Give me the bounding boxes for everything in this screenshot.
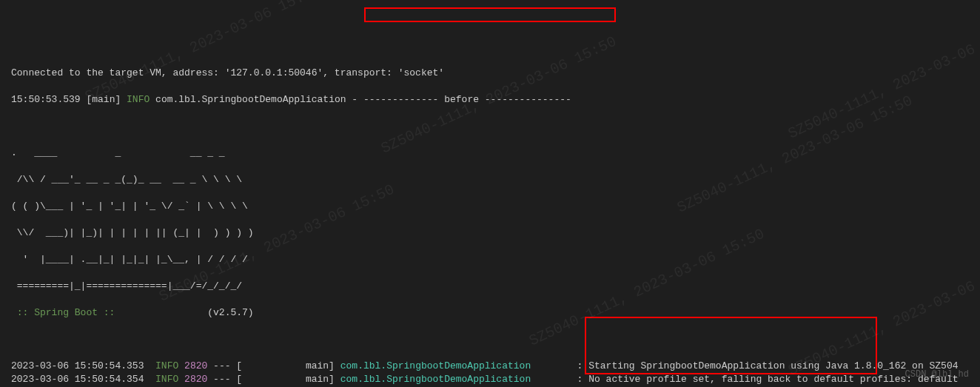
log-pid: 2820	[184, 360, 207, 371]
blank-line	[11, 333, 969, 346]
log-level: INFO	[155, 360, 178, 371]
log-level: INFO	[155, 374, 178, 385]
ascii-art-line: . ____ _ __ _ _	[11, 147, 969, 160]
log-message: Starting SpringbootDemoApplication using…	[588, 360, 958, 371]
spring-boot-line: :: Spring Boot :: (v2.5.7)	[11, 306, 969, 320]
log-row: 2023-03-06 15:50:54.353 INFO 2820 --- [ …	[11, 360, 969, 373]
blank-line	[11, 120, 969, 133]
ascii-art-line: =========|_|==============|___/=/_/_/_/	[11, 280, 969, 293]
console-output: Connected to the target VM, address: '12…	[0, 53, 980, 387]
csdn-watermark: CSDN @lbl_hd	[905, 368, 969, 381]
header-level: INFO	[127, 94, 150, 105]
log-colon: :	[571, 360, 588, 371]
header-ts: 15:50:53.539	[11, 94, 81, 105]
ascii-art-line: ( ( )\___ | '_ | '_| | '_ \/ _` | \ \ \ …	[11, 200, 969, 213]
header-thread: [main]	[86, 94, 121, 105]
log-rows-container: 2023-03-06 15:50:54.353 INFO 2820 --- [ …	[11, 360, 969, 387]
header-logger: com.lbl.SpringbootDemoApplication	[155, 94, 346, 105]
ascii-art-line: \\/ ___)| |_)| | | | | || (_| | ) ) ) )	[11, 226, 969, 240]
log-timestamp: 2023-03-06 15:50:54.354	[11, 374, 144, 385]
ascii-art-line: ' |____| .__|_| |_|_| |_\__, | / / / /	[11, 253, 969, 266]
header-line-2: 15:50:53.539 [main] INFO com.lbl.Springb…	[11, 93, 969, 107]
log-pid: 2820	[184, 374, 207, 385]
log-logger: com.lbl.SpringbootDemoApplication	[340, 360, 571, 371]
log-message: No active profile set, falling back to d…	[588, 374, 958, 385]
spring-boot-label: :: Spring Boot ::	[11, 307, 121, 318]
log-separator: --- [ main]	[207, 360, 340, 371]
log-row: 2023-03-06 15:50:54.354 INFO 2820 --- [ …	[11, 373, 969, 386]
ascii-art-line: /\\ / ___'_ __ _ _(_)_ __ __ _ \ \ \ \	[11, 173, 969, 186]
header-line-1: Connected to the target VM, address: '12…	[11, 67, 969, 80]
spring-boot-version: (v2.5.7)	[121, 307, 253, 318]
header-msg: - ------------- before ---------------	[352, 94, 571, 105]
log-separator: --- [ main]	[207, 374, 340, 385]
log-logger: com.lbl.SpringbootDemoApplication	[340, 374, 571, 385]
log-colon: :	[571, 374, 588, 385]
highlight-before-box	[364, 7, 616, 22]
log-timestamp: 2023-03-06 15:50:54.353	[11, 360, 144, 371]
